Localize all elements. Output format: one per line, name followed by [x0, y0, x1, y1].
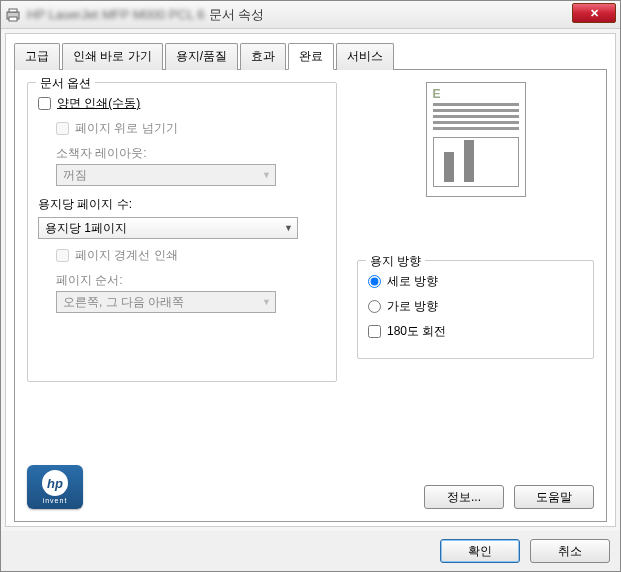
- dialog-footer: 확인 취소: [1, 531, 620, 571]
- tab-services[interactable]: 서비스: [336, 43, 394, 70]
- document-options-group: 문서 옵션 양면 인쇄(수동) 페이지 위로 넘기기 소책자 레이아웃:: [27, 82, 337, 382]
- page-order-value: 오른쪽, 그 다음 아래쪽: [63, 294, 184, 311]
- tab-advanced[interactable]: 고급: [14, 43, 60, 70]
- booklet-value: 꺼짐: [63, 167, 87, 184]
- landscape-label[interactable]: 가로 방향: [387, 298, 438, 315]
- hp-logo: hp invent: [27, 465, 83, 509]
- tab-label: 고급: [25, 49, 49, 63]
- portrait-radio[interactable]: [368, 275, 381, 288]
- cancel-button[interactable]: 취소: [530, 539, 610, 563]
- tab-label: 완료: [299, 49, 323, 63]
- hp-logo-tagline: invent: [43, 497, 68, 504]
- portrait-label[interactable]: 세로 방향: [387, 273, 438, 290]
- tab-panel-finishing: 문서 옵션 양면 인쇄(수동) 페이지 위로 넘기기 소책자 레이아웃:: [14, 69, 607, 522]
- duplex-checkbox[interactable]: [38, 97, 51, 110]
- page-borders-row: 페이지 경계선 인쇄: [56, 247, 326, 264]
- tab-label: 서비스: [347, 49, 383, 63]
- flip-up-row: 페이지 위로 넘기기: [56, 120, 326, 137]
- page-borders-checkbox: [56, 249, 69, 262]
- group-title: 문서 옵션: [36, 75, 95, 92]
- group-title: 용지 방향: [366, 253, 425, 270]
- tab-label: 효과: [251, 49, 275, 63]
- ok-button[interactable]: 확인: [440, 539, 520, 563]
- tab-label: 인쇄 바로 가기: [73, 49, 152, 63]
- page-order-combo: 오른쪽, 그 다음 아래쪽 ▼: [56, 291, 276, 313]
- booklet-label: 소책자 레이아웃:: [56, 145, 326, 162]
- titlebar-product-name: HP LaserJet MFP M000 PCL 6: [27, 7, 205, 22]
- booklet-combo: 꺼짐 ▼: [56, 164, 276, 186]
- close-button[interactable]: ✕: [572, 3, 616, 23]
- chevron-down-icon: ▼: [262, 170, 271, 180]
- content-area: 고급 인쇄 바로 가기 용지/품질 효과 완료 서비스 문서 옵션 양면 인쇄(…: [5, 33, 616, 527]
- help-button[interactable]: 도움말: [514, 485, 594, 509]
- panel-body: 문서 옵션 양면 인쇄(수동) 페이지 위로 넘기기 소책자 레이아웃:: [27, 82, 594, 459]
- chevron-down-icon: ▼: [284, 223, 293, 233]
- hp-logo-mark: hp: [42, 470, 68, 496]
- duplex-checkbox-row: 양면 인쇄(수동): [38, 95, 326, 112]
- page-borders-label: 페이지 경계선 인쇄: [75, 247, 178, 264]
- preview-lines: [433, 89, 519, 133]
- svg-rect-1: [9, 9, 17, 12]
- tabstrip: 고급 인쇄 바로 가기 용지/품질 효과 완료 서비스: [14, 42, 607, 69]
- panel-footer: hp invent 정보... 도움말: [27, 459, 594, 509]
- printer-icon: [5, 7, 21, 23]
- dialog-window: HP LaserJet MFP M000 PCL 6 문서 속성 ✕ 고급 인쇄…: [0, 0, 621, 572]
- page-order-label: 페이지 순서:: [56, 272, 326, 289]
- flip-up-checkbox: [56, 122, 69, 135]
- page-preview: E: [426, 82, 526, 197]
- pages-per-sheet-label: 용지당 페이지 수:: [38, 196, 326, 213]
- about-button[interactable]: 정보...: [424, 485, 504, 509]
- landscape-radio[interactable]: [368, 300, 381, 313]
- tab-shortcuts[interactable]: 인쇄 바로 가기: [62, 43, 163, 70]
- tab-paper-quality[interactable]: 용지/품질: [165, 43, 238, 70]
- orientation-group: 용지 방향 세로 방향 가로 방향 180도 회전: [357, 260, 594, 359]
- titlebar-title: 문서 속성: [209, 6, 265, 24]
- titlebar: HP LaserJet MFP M000 PCL 6 문서 속성 ✕: [1, 1, 620, 29]
- close-icon: ✕: [590, 7, 599, 20]
- pages-per-sheet-combo[interactable]: 용지당 1페이지 ▼: [38, 217, 298, 239]
- landscape-row: 가로 방향: [368, 298, 583, 315]
- preview-chart-icon: [433, 137, 519, 187]
- portrait-row: 세로 방향: [368, 273, 583, 290]
- panel-buttons: 정보... 도움말: [424, 485, 594, 509]
- svg-rect-2: [9, 17, 17, 21]
- left-column: 문서 옵션 양면 인쇄(수동) 페이지 위로 넘기기 소책자 레이아웃:: [27, 82, 337, 459]
- rotate180-checkbox[interactable]: [368, 325, 381, 338]
- flip-up-label: 페이지 위로 넘기기: [75, 120, 178, 137]
- tab-effects[interactable]: 효과: [240, 43, 286, 70]
- tab-finishing[interactable]: 완료: [288, 43, 334, 70]
- rotate180-row: 180도 회전: [368, 323, 583, 340]
- rotate180-label[interactable]: 180도 회전: [387, 323, 446, 340]
- right-column: E: [357, 82, 594, 459]
- tab-label: 용지/품질: [176, 49, 227, 63]
- chevron-down-icon: ▼: [262, 297, 271, 307]
- pages-per-sheet-value: 용지당 1페이지: [45, 220, 127, 237]
- duplex-label[interactable]: 양면 인쇄(수동): [57, 95, 140, 112]
